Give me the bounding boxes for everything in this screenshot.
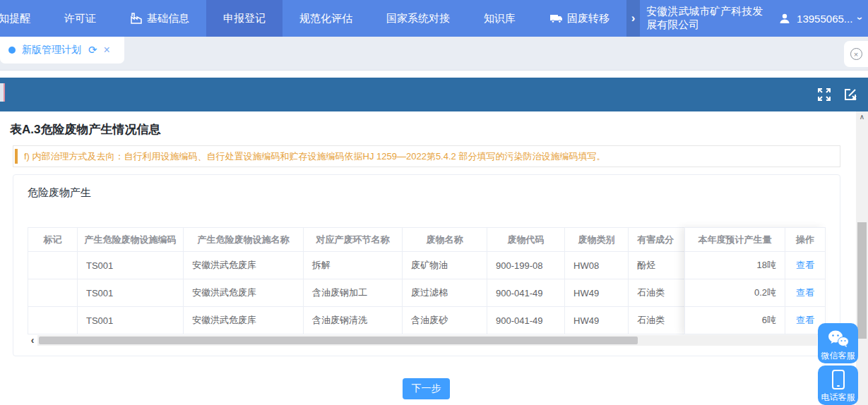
col-header-facility-code: 产生危险废物设施编码 [78,228,184,252]
horizontal-scrollbar: ‹ › [28,335,827,346]
view-link[interactable]: 查看 [796,287,814,298]
next-step-button[interactable]: 下一步 [403,378,450,399]
tab-bar: 新版管理计划 ⟳ × × [0,37,868,71]
top-nav: 知提醒 许可证 基础信息 申报登记 规范化评估 国家系统对接 知识库 固废转移 [0,0,868,37]
fullscreen-icon[interactable] [816,87,832,102]
wechat-service-button[interactable]: 微信客服 [818,323,858,363]
col-header-mark: 标记 [28,228,78,252]
cell-mark [28,279,78,307]
cell-wcode: 900-199-08 [487,252,565,279]
page-title: 表A.3危险废物产生情况信息 [10,121,160,138]
phone-service-label: 电话客服 [821,392,855,402]
phone-service-button[interactable]: 电话客服 [818,365,858,405]
col-header-process: 对应产废环节名称 [304,228,403,252]
user-phone[interactable]: 13955065... [797,13,852,25]
view-link[interactable]: 查看 [796,260,814,270]
horizontal-scrollbar-track[interactable] [37,335,817,346]
cell-code: TS001 [78,252,184,279]
nav-item-waste-transfer[interactable]: 固废转移 [533,0,626,37]
wechat-service-label: 微信客服 [821,351,855,361]
cell-amount: 0.2吨 [685,279,785,307]
nav-item-label: 固废转移 [567,0,610,37]
note-text: f) 内部治理方式及去向：自行利用设施编码、自行处置设施编码和贮存设施编码依据H… [24,150,605,163]
form-toolbar [0,78,868,111]
app-window: 知提醒 许可证 基础信息 申报登记 规范化评估 国家系统对接 知识库 固废转移 [0,0,868,405]
nav-right-group: › 安徽洪武城市矿产科技发展有限公司 13955065... › [626,0,868,37]
col-header-facility-name: 产生危险废物设施名称 [184,228,304,252]
phone-icon [831,370,846,392]
table-row-fixed: 18吨查看 [685,252,826,279]
nav-item-label: 申报登记 [223,0,266,37]
user-icon [779,13,790,24]
cell-waste: 废过滤棉 [403,279,487,307]
wechat-icon [827,330,850,351]
cell-step: 含油废钢加工 [304,279,403,307]
cell-wclass: HW08 [565,252,629,279]
cell-wclass: HW49 [565,307,629,334]
edit-cancel-icon[interactable] [843,87,858,102]
horizontal-scrollbar-thumb[interactable] [39,337,638,344]
section-title: 危险废物产生 [28,186,91,200]
cell-code: TS001 [78,307,184,334]
note-accent-bar [15,149,18,164]
tab-management-plan[interactable]: 新版管理计划 ⟳ × [0,37,124,64]
cell-code: TS001 [78,279,184,307]
hazardous-waste-panel: 危险废物产生 标记 产生危险废物设施编码 产生危险废物设施名称 对应产废环节名称 [13,174,840,356]
nav-item-knowledge[interactable]: 知识库 [467,0,533,37]
cell-step: 含油废钢清洗 [304,307,403,334]
view-link[interactable]: 查看 [796,315,814,325]
refresh-icon[interactable]: ⟳ [88,44,97,56]
vertical-scrollbar[interactable]: ∧ [856,111,868,405]
cell-mark [28,307,78,334]
nav-item-label: 许可证 [64,0,96,37]
nav-item-declare[interactable]: 申报登记 [206,0,283,37]
clipped-element [0,83,5,102]
nav-item-label: 规范化评估 [299,0,352,37]
nav-item-standard-eval[interactable]: 规范化评估 [283,0,369,37]
nav-item-notice[interactable]: 知提醒 [0,0,47,37]
scroll-up-arrow[interactable]: ∧ [856,113,868,121]
table-header-row: 本年度预计产生量 操作 [685,228,826,252]
cell-amount: 18吨 [685,252,785,279]
cell-wcode: 900-041-49 [487,279,565,307]
nav-item-label: 基础信息 [147,0,189,37]
factory-icon [130,13,143,24]
nav-item-label: 知识库 [484,0,516,37]
cell-name: 安徽洪武危废库 [184,252,304,279]
nav-item-license[interactable]: 许可证 [47,0,113,37]
cell-wclass: HW49 [565,279,629,307]
tab-active-dot [8,47,16,54]
table-row-fixed: 6吨查看 [685,307,826,334]
col-header-waste-code: 废物代码 [487,228,565,252]
waste-table: 标记 产生危险废物设施编码 产生危险废物设施名称 对应产废环节名称 废物名称 废… [28,227,825,334]
cell-step: 拆解 [304,252,403,279]
main-content: 表A.3危险废物产生情况信息 f) 内部治理方式及去向：自行利用设施编码、自行处… [0,111,868,405]
nav-item-national-system[interactable]: 国家系统对接 [369,0,467,37]
scroll-left-arrow[interactable]: ‹ [28,335,37,346]
col-header-action: 操作 [785,228,826,252]
truck-icon [549,13,563,23]
chevron-right-icon: › [631,11,636,25]
nav-item-basic-info[interactable]: 基础信息 [113,0,206,37]
cell-waste: 废矿物油 [403,252,487,279]
cell-wcode: 900-041-49 [487,307,565,334]
cell-mark [28,252,78,279]
nav-expand-chevron[interactable]: › [626,0,640,37]
tab-label: 新版管理计划 [22,44,81,56]
nav-item-label: 国家系统对接 [386,0,450,37]
close-all-icon: × [850,48,862,60]
close-all-tabs-button[interactable]: × [844,41,868,67]
note-box: f) 内部治理方式及去向：自行利用设施编码、自行处置设施编码和贮存设施编码依据H… [13,145,840,167]
view-link-cell: 查看 [785,279,826,307]
vertical-scrollbar-thumb[interactable] [857,222,867,339]
cell-name: 安徽洪武危废库 [184,279,304,307]
close-icon[interactable]: × [104,44,110,56]
company-name[interactable]: 安徽洪武城市矿产科技发展有限公司 [646,5,773,32]
view-link-cell: 查看 [785,252,826,279]
cell-waste: 含油废砂 [403,307,487,334]
col-header-waste-category: 废物类别 [565,228,629,252]
caret-down-icon[interactable]: › [855,17,867,20]
col-header-waste-name: 废物名称 [403,228,487,252]
table-row-fixed: 0.2吨查看 [685,279,826,307]
cell-name: 安徽洪武危废库 [184,307,304,334]
